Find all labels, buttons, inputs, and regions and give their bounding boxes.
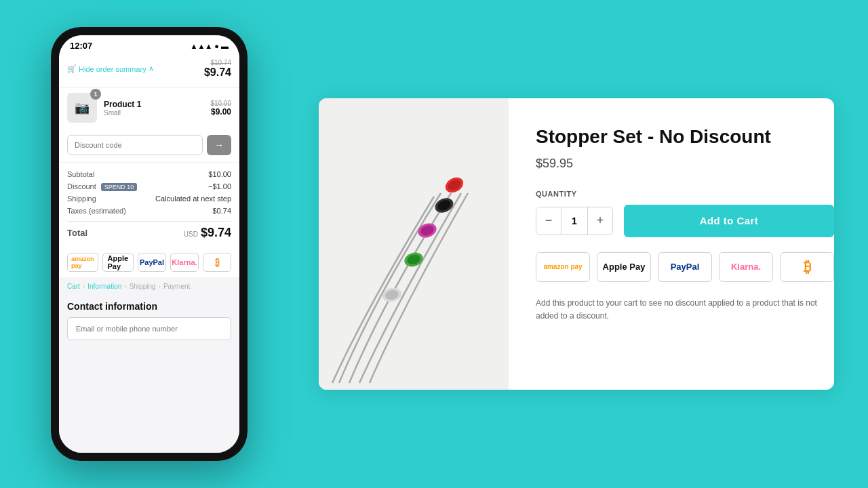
cart-icon: 🛒 [67,64,77,73]
breadcrumb-sep-1: › [83,283,85,290]
discount-row: Discount SPEND 10 −$1.00 [67,180,231,192]
product-price: $59.95 [536,157,834,171]
quantity-control: − 1 + [536,207,613,235]
product-item: 📷 1 Product 1 Small $10.00 $9.00 [59,87,239,128]
paypal-icon[interactable]: PayPal [138,253,166,272]
apple-pay-icon[interactable]: Apple Pay [102,253,134,272]
breadcrumb-shipping: Shipping [130,283,156,290]
klarna-icon-large[interactable]: Klarna. [719,252,773,282]
discount-section: → [59,128,239,162]
hide-order-summary[interactable]: 🛒 Hide order summary ∧ [67,64,154,73]
product-title: Stopper Set - No Discount [536,125,834,148]
product-card-content: Stopper Set - No Discount $59.95 QUANTIT… [509,98,834,390]
payment-row-large: amazon pay Apple Pay PayPal Klarna. ₿ [536,252,834,282]
breadcrumb-sep-2: › [124,283,126,290]
breadcrumb-cart[interactable]: Cart [67,283,80,290]
order-totals: Subtotal $10.00 Discount SPEND 10 −$1.00… [59,162,239,247]
klarna-icon[interactable]: Klarna. [170,253,199,272]
status-bar: 12:07 ▲▲▲ ● ▬ [59,35,239,54]
price-strikethrough: $10.74 [204,59,231,66]
amazon-pay-icon-large[interactable]: amazon pay [536,252,590,282]
quantity-row: − 1 + Add to Cart [536,205,834,237]
subtotal-value: $10.00 [208,170,231,178]
total-row: Total USD $9.74 [67,221,231,242]
paypal-icon-large[interactable]: PayPal [658,252,712,282]
add-to-cart-button[interactable]: Add to Cart [624,205,834,237]
total-amount: $9.74 [201,226,231,240]
discount-tag: SPEND 10 [101,183,138,191]
price-main: $9.74 [204,66,231,79]
phone-mockup: 12:07 ▲▲▲ ● ▬ 🛒 Hide order summary ∧ $10… [51,27,248,461]
product-variant: Small [104,109,203,117]
discount-label: Discount SPEND 10 [67,182,137,190]
amazon-pay-icon[interactable]: amazon pay [67,253,98,272]
product-name: Product 1 [104,100,203,109]
taxes-label: Taxes (estimated) [67,207,126,215]
quantity-label: QUANTITY [536,190,834,198]
product-card: Stopper Set - No Discount $59.95 QUANTIT… [319,98,834,390]
taxes-value: $0.74 [212,207,231,215]
quantity-value: 1 [561,207,588,235]
shipping-value: Calculated at next step [155,195,231,203]
product-description: Add this product to your cart to see no … [536,297,834,323]
product-price-old: $10.00 [210,100,231,107]
bitcoin-icon[interactable]: ₿ [203,253,231,272]
product-badge: 1 [90,89,101,100]
apple-pay-icon-large[interactable]: Apple Pay [597,252,651,282]
payment-icons-row: amazon pay Apple Pay PayPal Klarna. ₿ [59,247,239,277]
product-image-wrap: 📷 1 [67,93,97,123]
contact-section: Contact information [59,296,239,453]
svg-rect-0 [319,98,509,390]
stoppers-svg [319,98,509,390]
product-prices: $10.00 $9.00 [210,100,231,117]
total-label: Total [67,228,87,238]
taxes-row: Taxes (estimated) $0.74 [67,205,231,217]
product-card-image [319,98,509,390]
breadcrumb-sep-3: › [159,283,161,290]
contact-title: Contact information [67,301,231,312]
breadcrumb-payment: Payment [163,283,190,290]
order-summary-section: 🛒 Hide order summary ∧ $10.74 $9.74 [59,54,239,87]
order-prices: $10.74 $9.74 [204,59,231,79]
breadcrumb-information[interactable]: Information [87,283,121,290]
product-info: Product 1 Small [104,100,203,117]
bitcoin-icon-large[interactable]: ₿ [780,252,834,282]
chevron-up-icon: ∧ [149,64,154,73]
quantity-increase-button[interactable]: + [588,207,612,235]
total-value: USD $9.74 [184,226,231,240]
discount-submit-button[interactable]: → [207,135,231,155]
subtotal-row: Subtotal $10.00 [67,168,231,180]
status-time: 12:07 [70,41,92,51]
status-icons: ▲▲▲ ● ▬ [191,42,229,50]
contact-input[interactable] [67,317,231,340]
total-currency: USD [184,230,198,238]
shipping-label: Shipping [67,195,96,203]
quantity-decrease-button[interactable]: − [536,207,561,235]
discount-value: −$1.00 [208,182,231,190]
phone-screen: 12:07 ▲▲▲ ● ▬ 🛒 Hide order summary ∧ $10… [59,35,239,453]
discount-input[interactable] [67,135,203,155]
shipping-row: Shipping Calculated at next step [67,192,231,205]
subtotal-label: Subtotal [67,170,94,178]
breadcrumb: Cart › Information › Shipping › Payment [59,277,239,296]
product-price-new: $9.00 [210,107,231,117]
